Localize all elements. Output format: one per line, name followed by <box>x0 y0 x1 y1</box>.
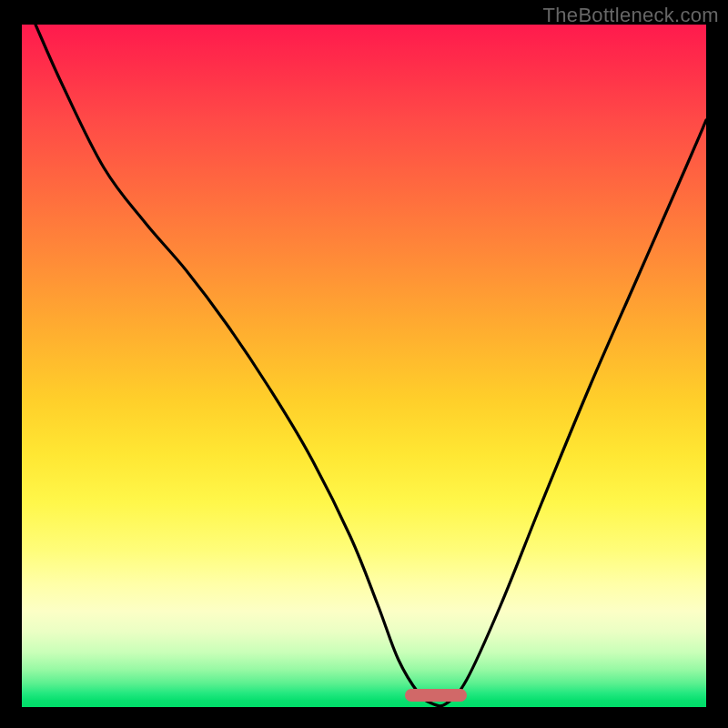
chart-frame: TheBottleneck.com <box>0 0 728 728</box>
watermark-text: TheBottleneck.com <box>543 4 719 27</box>
curve-layer <box>22 25 706 707</box>
bottleneck-curve <box>35 25 706 706</box>
plot-area <box>22 25 706 707</box>
optimal-range-marker <box>405 689 467 702</box>
